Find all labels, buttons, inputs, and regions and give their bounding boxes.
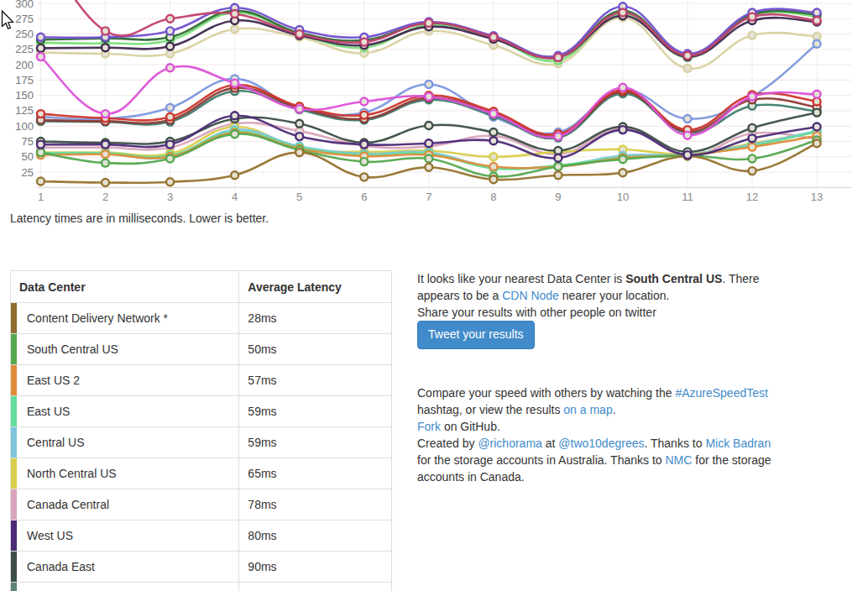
marker-magenta[interactable] xyxy=(37,53,44,60)
marker-crimson[interactable] xyxy=(231,10,238,18)
marker-red[interactable] xyxy=(37,110,44,118)
marker-crimson[interactable] xyxy=(425,19,432,27)
marker-crimson[interactable] xyxy=(684,52,692,60)
marker-blue-violet[interactable] xyxy=(166,27,174,34)
marker-brown-cdn[interactable] xyxy=(102,179,109,186)
marker-red[interactable] xyxy=(166,113,174,121)
marker-cornflower-blue[interactable] xyxy=(813,40,821,48)
marker-brown-cdn[interactable] xyxy=(813,139,821,147)
marker-green-south-central-us[interactable] xyxy=(619,155,626,163)
marker-magenta[interactable] xyxy=(489,110,497,118)
marker-yellow-north-central-us[interactable] xyxy=(489,153,497,160)
marker-brown-cdn[interactable] xyxy=(489,175,497,183)
marker-dark-plum[interactable] xyxy=(166,43,174,50)
map-link[interactable]: on a map xyxy=(563,403,612,416)
marker-magenta[interactable] xyxy=(295,105,303,112)
marker-purple-west-us[interactable] xyxy=(166,141,174,149)
marker-brown-cdn[interactable] xyxy=(231,171,238,179)
marker-crimson[interactable] xyxy=(813,17,821,24)
marker-purple-west-us[interactable] xyxy=(813,123,821,131)
credits-text: for the storage accounts in Australia. T… xyxy=(417,453,665,467)
marker-khaki[interactable] xyxy=(684,65,692,72)
marker-khaki[interactable] xyxy=(231,25,238,33)
tweet-results-button[interactable]: Tweet your results xyxy=(417,321,535,349)
marker-purple-west-us[interactable] xyxy=(360,141,368,149)
average-latency-cell: 59ms xyxy=(239,396,392,427)
marker-dark-slate-canada-east[interactable] xyxy=(749,124,756,132)
nmc-link[interactable]: NMC xyxy=(665,453,692,467)
marker-purple-west-us[interactable] xyxy=(425,139,432,147)
two10degrees-link[interactable]: @two10degrees xyxy=(558,437,644,450)
marker-orange-east-us-2[interactable] xyxy=(489,163,497,170)
data-center-color-swatch xyxy=(11,458,17,489)
marker-dark-slate-canada-east[interactable] xyxy=(295,120,303,128)
marker-crimson[interactable] xyxy=(749,13,756,21)
marker-red[interactable] xyxy=(360,112,368,119)
marker-crimson[interactable] xyxy=(102,27,109,34)
marker-brown-cdn[interactable] xyxy=(360,173,368,180)
marker-green-south-central-us[interactable] xyxy=(231,130,238,138)
marker-dark-slate-canada-east[interactable] xyxy=(425,122,432,129)
mick-badran-link[interactable]: Mick Badran xyxy=(705,437,771,450)
marker-dark-slate-canada-east[interactable] xyxy=(813,109,821,117)
marker-brown-cdn[interactable] xyxy=(619,169,626,176)
marker-brown-cdn[interactable] xyxy=(749,167,756,175)
marker-cornflower-blue[interactable] xyxy=(425,81,432,88)
marker-green-south-central-us[interactable] xyxy=(166,155,174,163)
marker-purple-west-us[interactable] xyxy=(102,141,109,149)
marker-cornflower-blue[interactable] xyxy=(166,104,174,112)
marker-crimson[interactable] xyxy=(295,30,303,38)
marker-purple-west-us[interactable] xyxy=(619,126,626,133)
marker-magenta[interactable] xyxy=(813,91,821,98)
marker-blue-violet[interactable] xyxy=(37,34,44,41)
marker-magenta[interactable] xyxy=(749,93,756,101)
marker-green-south-central-us[interactable] xyxy=(360,158,368,165)
svg-text:3: 3 xyxy=(167,191,173,203)
richorama-link[interactable]: @richorama xyxy=(478,437,541,450)
marker-crimson[interactable] xyxy=(360,39,368,46)
marker-magenta[interactable] xyxy=(425,93,432,101)
svg-text:11: 11 xyxy=(682,191,693,203)
marker-orange-east-us-2[interactable] xyxy=(749,144,756,151)
marker-green-south-central-us[interactable] xyxy=(425,155,432,163)
marker-crimson[interactable] xyxy=(489,34,497,41)
marker-green-south-central-us[interactable] xyxy=(749,155,756,163)
marker-green-south-central-us[interactable] xyxy=(37,149,44,156)
marker-brown-cdn[interactable] xyxy=(295,149,303,156)
svg-text:4: 4 xyxy=(232,191,238,203)
fork-link[interactable]: Fork xyxy=(417,420,441,433)
marker-magenta[interactable] xyxy=(554,133,562,140)
marker-khaki[interactable] xyxy=(749,32,756,39)
marker-blue-violet[interactable] xyxy=(813,9,821,17)
azurespeedtest-hashtag-link[interactable]: #AzureSpeedTest xyxy=(675,386,768,400)
marker-green-south-central-us[interactable] xyxy=(554,163,562,170)
svg-text:150: 150 xyxy=(15,89,34,102)
marker-crimson[interactable] xyxy=(619,9,626,17)
marker-crimson[interactable] xyxy=(166,15,174,23)
marker-purple-west-us[interactable] xyxy=(684,151,692,159)
marker-purple-west-us[interactable] xyxy=(231,112,238,119)
marker-dark-slate-canada-east[interactable] xyxy=(489,128,497,136)
marker-brown-cdn[interactable] xyxy=(554,171,562,179)
marker-magenta[interactable] xyxy=(102,110,109,118)
marker-green-south-central-us[interactable] xyxy=(102,160,109,167)
marker-purple-west-us[interactable] xyxy=(749,134,756,142)
marker-cornflower-blue[interactable] xyxy=(684,115,692,123)
marker-magenta[interactable] xyxy=(231,80,238,87)
marker-purple-west-us[interactable] xyxy=(489,137,497,144)
marker-crimson[interactable] xyxy=(554,54,562,61)
marker-brown-cdn[interactable] xyxy=(166,178,174,186)
marker-magenta[interactable] xyxy=(619,84,626,92)
marker-magenta[interactable] xyxy=(166,64,174,71)
cdn-node-link[interactable]: CDN Node xyxy=(502,289,559,302)
marker-brown-cdn[interactable] xyxy=(425,164,432,171)
marker-orange-east-us-2[interactable] xyxy=(102,150,109,158)
marker-brown-cdn[interactable] xyxy=(37,178,44,186)
marker-purple-west-us[interactable] xyxy=(295,133,303,140)
marker-purple-west-us[interactable] xyxy=(554,154,562,162)
marker-dark-plum[interactable] xyxy=(37,44,44,52)
marker-purple-west-us[interactable] xyxy=(37,141,44,149)
marker-dark-plum[interactable] xyxy=(102,44,109,51)
marker-magenta[interactable] xyxy=(684,132,692,139)
marker-magenta[interactable] xyxy=(360,98,368,106)
